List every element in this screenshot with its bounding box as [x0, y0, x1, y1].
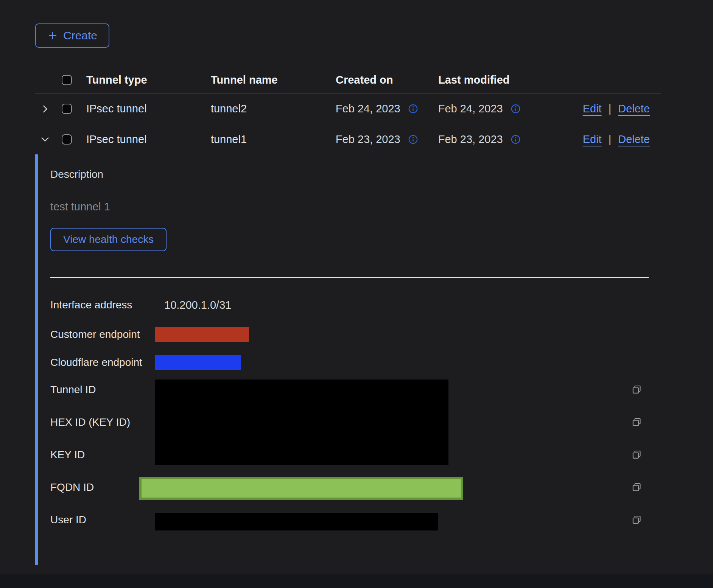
ipsec-tunnels-page: Create Tunnel type Tunnel name Created o…: [0, 0, 713, 588]
tunnel-ids-section: Tunnel ID HEX ID (KEY ID) KEY ID: [50, 373, 661, 536]
copy-key-id-button[interactable]: [629, 448, 644, 462]
last-modified-info-button[interactable]: [511, 104, 521, 114]
section-divider: [50, 277, 649, 278]
hex-id-label: HEX ID (KEY ID): [50, 416, 155, 428]
user-id-label: User ID: [50, 514, 155, 526]
create-button-label: Create: [63, 29, 97, 42]
row-checkbox[interactable]: [62, 134, 72, 145]
copy-hex-id-button[interactable]: [629, 415, 644, 430]
copy-icon: [631, 449, 643, 461]
copy-tunnel-id-button[interactable]: [629, 383, 644, 397]
edit-link[interactable]: Edit: [583, 103, 602, 115]
cloudflare-endpoint-row: Cloudflare endpoint: [50, 355, 661, 370]
expand-row-button[interactable]: [38, 102, 52, 116]
description-label: Description: [50, 168, 661, 181]
customer-endpoint-row: Customer endpoint: [50, 327, 661, 342]
last-modified-cell: Feb 24, 2023: [438, 103, 503, 115]
header-last-modified: Last modified: [438, 74, 583, 86]
page-content: Create Tunnel type Tunnel name Created o…: [35, 0, 661, 565]
info-icon: [408, 134, 418, 145]
tunnel-type-cell: IPsec tunnel: [81, 133, 211, 146]
info-icon: [511, 134, 521, 145]
copy-icon: [631, 384, 643, 396]
delete-link[interactable]: Delete: [618, 133, 650, 146]
redacted-customer-endpoint-value: [155, 327, 249, 342]
cloudflare-endpoint-label: Cloudflare endpoint: [50, 356, 155, 369]
table-bottom-divider: [35, 565, 661, 565]
header-tunnel-name: Tunnel name: [211, 74, 336, 86]
copy-icon: [631, 417, 643, 428]
row-checkbox[interactable]: [62, 104, 72, 114]
chevron-down-icon: [40, 134, 50, 145]
collapse-row-button[interactable]: [38, 132, 52, 146]
edit-link[interactable]: Edit: [583, 133, 602, 146]
header-created-on: Created on: [336, 74, 438, 86]
redacted-fqdn-id-value: [139, 477, 463, 500]
tunnel-type-cell: IPsec tunnel: [81, 103, 211, 115]
copy-fqdn-id-button[interactable]: [629, 480, 644, 495]
info-icon: [511, 104, 521, 114]
action-separator: |: [609, 103, 612, 115]
action-separator: |: [609, 133, 612, 146]
last-modified-info-button[interactable]: [511, 134, 521, 145]
bottom-bar: [0, 574, 713, 588]
customer-endpoint-label: Customer endpoint: [50, 328, 155, 341]
select-all-checkbox[interactable]: [62, 75, 72, 85]
table-header-row: Tunnel type Tunnel name Created on Last …: [35, 67, 661, 94]
created-on-info-button[interactable]: [408, 134, 418, 145]
table-row-tunnel1: IPsec tunnel tunnel1 Feb 23, 2023 Feb 23…: [35, 124, 661, 154]
copy-icon: [631, 514, 643, 526]
tunnel-id-label: Tunnel ID: [50, 384, 155, 396]
info-icon: [408, 104, 418, 114]
interface-address-value: 10.200.1.0/31: [164, 299, 231, 311]
redacted-user-id-value: [155, 513, 438, 530]
tunnel-details-panel: Description test tunnel 1 View health ch…: [35, 154, 661, 565]
interface-address-row: Interface address 10.200.1.0/31: [50, 297, 661, 313]
plus-icon: [47, 30, 58, 41]
tunnel-name-cell: tunnel2: [211, 103, 336, 115]
copy-icon: [631, 482, 643, 493]
view-health-checks-button[interactable]: View health checks: [50, 228, 167, 251]
last-modified-cell: Feb 23, 2023: [438, 133, 503, 146]
created-on-cell: Feb 23, 2023: [336, 133, 400, 146]
create-button[interactable]: Create: [35, 23, 109, 48]
tunnel-name-cell: tunnel1: [211, 133, 336, 146]
interface-address-label: Interface address: [50, 299, 155, 311]
table-row-tunnel2: IPsec tunnel tunnel2 Feb 24, 2023 Feb 24…: [35, 94, 661, 124]
header-tunnel-type: Tunnel type: [81, 74, 211, 86]
key-id-label: KEY ID: [50, 449, 155, 461]
created-on-info-button[interactable]: [408, 104, 418, 114]
created-on-cell: Feb 24, 2023: [336, 103, 400, 115]
redacted-cloudflare-endpoint-value: [155, 355, 241, 370]
delete-link[interactable]: Delete: [618, 103, 650, 115]
copy-user-id-button[interactable]: [629, 513, 644, 527]
description-value: test tunnel 1: [50, 200, 661, 213]
chevron-right-icon: [40, 104, 50, 114]
redacted-tunnel-hex-key-id-values: [155, 380, 448, 465]
